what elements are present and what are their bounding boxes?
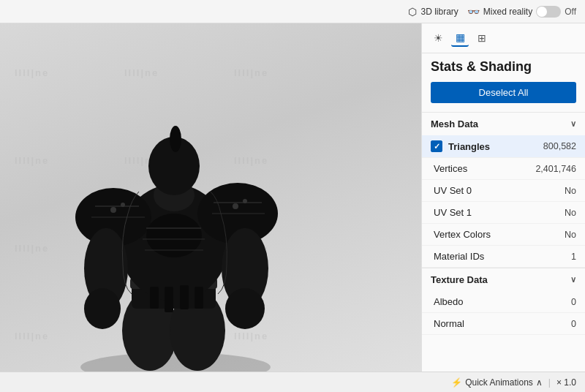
svg-point-28 (121, 203, 125, 207)
svg-rect-25 (180, 285, 189, 309)
quick-animations-button[interactable]: ⚡ Quick Animations ∧ (451, 377, 543, 388)
uv-set-0-value: No (565, 186, 576, 196)
mesh-chevron-icon: ∨ (570, 119, 576, 129)
3d-model (37, 82, 344, 372)
svg-point-27 (110, 207, 116, 213)
svg-point-14 (170, 126, 181, 152)
grid-toolbar-icon[interactable]: ⊞ (473, 29, 491, 47)
separator: | (548, 377, 551, 388)
row-left: Triangles (431, 140, 490, 152)
chart-toolbar-icon active[interactable]: ▦ (451, 29, 469, 47)
toggle-off-label: Off (565, 7, 576, 17)
svg-rect-23 (150, 287, 159, 309)
library-icon: ⬡ (408, 6, 417, 18)
mixed-reality-toggle[interactable] (536, 6, 561, 18)
watermark-2: llll|ne (124, 67, 159, 78)
bottombar: ⚡ Quick Animations ∧ | × 1.0 (0, 372, 585, 392)
mesh-data-section-header[interactable]: Mesh Data ∨ (422, 112, 585, 135)
watermark-3: llll|ne (234, 67, 268, 78)
quick-animations-label: Quick Animations (465, 377, 533, 388)
uv-set-1-label: UV Set 1 (434, 207, 472, 218)
sun-toolbar-icon[interactable]: ☀ (429, 29, 447, 47)
zoom-value: × 1.0 (556, 377, 576, 388)
watermark-1: llll|ne (15, 67, 49, 78)
material-ids-value: 1 (571, 252, 576, 262)
library-label: 3D library (420, 7, 458, 17)
svg-point-0 (80, 353, 271, 372)
vertex-colors-label: Vertex Colors (434, 229, 491, 240)
panel-title: Stats & Shading (422, 53, 585, 82)
svg-rect-26 (195, 287, 203, 309)
triangles-row[interactable]: Triangles 800,582 (422, 135, 585, 158)
mixed-reality-button[interactable]: 👓 Mixed reality Off (467, 6, 576, 18)
right-panel: ☀ ▦ ⊞ Stats & Shading Deselect All Mesh … (421, 23, 585, 372)
vertex-colors-row: Vertex Colors No (422, 224, 585, 246)
normal-row: Normal 0 (422, 313, 585, 335)
panel-toolbar: ☀ ▦ ⊞ (422, 23, 585, 53)
uv-set-1-row: UV Set 1 No (422, 202, 585, 224)
mixed-reality-icon: 👓 (467, 6, 480, 18)
viewport: llll|ne llll|ne llll|ne llll|ne llll|ne … (0, 23, 421, 372)
albedo-row: Albedo 0 (422, 291, 585, 313)
texture-data-section-header[interactable]: Texture Data ∨ (422, 268, 585, 291)
vertices-row: Vertices 2,401,746 (422, 158, 585, 180)
quick-animations-chevron-icon: ∧ (536, 377, 543, 388)
uv-set-0-label: UV Set 0 (434, 185, 472, 196)
triangles-checkbox[interactable] (431, 140, 442, 152)
normal-value: 0 (571, 319, 576, 329)
vertices-label: Vertices (434, 163, 467, 174)
svg-point-15 (146, 214, 202, 257)
svg-point-30 (243, 199, 247, 203)
deselect-all-button[interactable]: Deselect All (431, 82, 576, 103)
vertex-colors-value: No (565, 230, 576, 240)
main-area: llll|ne llll|ne llll|ne llll|ne llll|ne … (0, 23, 585, 372)
quick-animations-icon: ⚡ (451, 377, 462, 388)
albedo-label: Albedo (434, 296, 463, 307)
material-ids-row: Material IDs 1 (422, 246, 585, 268)
toggle-knob (537, 7, 547, 17)
topbar: ⬡ 3D library 👓 Mixed reality Off (0, 0, 585, 23)
texture-chevron-icon: ∨ (570, 275, 576, 284)
mesh-data-label: Mesh Data (431, 118, 478, 129)
svg-point-11 (225, 288, 265, 329)
mixed-reality-label: Mixed reality (483, 7, 532, 17)
svg-point-10 (84, 288, 121, 329)
svg-rect-24 (165, 287, 173, 312)
material-ids-label: Material IDs (434, 251, 484, 262)
albedo-value: 0 (571, 297, 576, 307)
triangles-label: Triangles (448, 141, 490, 152)
uv-set-0-row: UV Set 0 No (422, 180, 585, 202)
library-button[interactable]: ⬡ 3D library (408, 6, 458, 18)
texture-data-label: Texture Data (431, 274, 488, 285)
svg-point-29 (233, 203, 238, 209)
triangles-value: 800,582 (543, 141, 576, 151)
uv-set-1-value: No (565, 208, 576, 218)
normal-label: Normal (434, 318, 464, 329)
vertices-value: 2,401,746 (535, 164, 576, 174)
zoom-control[interactable]: × 1.0 (556, 377, 576, 388)
